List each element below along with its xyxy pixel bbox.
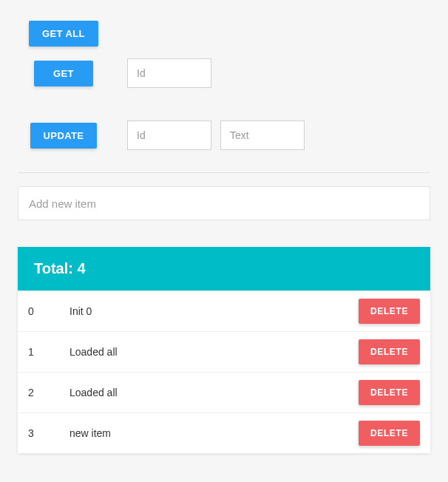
total-prefix: Total: bbox=[34, 260, 78, 276]
item-text: Loaded all bbox=[69, 346, 359, 358]
get-button[interactable]: GET bbox=[34, 61, 93, 86]
total-count: 4 bbox=[78, 260, 86, 276]
get-all-row: GET ALL bbox=[18, 21, 430, 47]
separator bbox=[18, 172, 430, 173]
button-cell: GET bbox=[18, 61, 109, 86]
update-id-input[interactable] bbox=[127, 120, 211, 150]
get-id-input[interactable] bbox=[127, 58, 211, 88]
delete-button[interactable]: DELETE bbox=[359, 421, 420, 446]
item-text: new item bbox=[69, 427, 359, 439]
item-id: 3 bbox=[28, 427, 69, 439]
item-actions: DELETE bbox=[359, 339, 420, 364]
delete-button[interactable]: DELETE bbox=[359, 339, 420, 364]
button-cell: UPDATE bbox=[18, 123, 109, 149]
list-item: 1 Loaded all DELETE bbox=[18, 331, 430, 372]
item-actions: DELETE bbox=[359, 299, 420, 324]
item-actions: DELETE bbox=[359, 380, 420, 405]
item-actions: DELETE bbox=[359, 421, 420, 446]
item-id: 0 bbox=[28, 305, 69, 317]
item-id: 2 bbox=[28, 387, 69, 398]
delete-button[interactable]: DELETE bbox=[359, 380, 420, 405]
delete-button[interactable]: DELETE bbox=[359, 299, 420, 324]
item-text: Loaded all bbox=[69, 387, 359, 398]
list-item: 3 new item DELETE bbox=[18, 413, 430, 453]
page-container: GET ALL GET UPDATE Total: 4 0 Init 0 DEL… bbox=[0, 0, 448, 471]
items-card: Total: 4 0 Init 0 DELETE 1 Loaded all DE… bbox=[18, 247, 430, 453]
update-row: UPDATE bbox=[18, 120, 430, 150]
get-row: GET bbox=[18, 58, 430, 88]
list-item: 0 Init 0 DELETE bbox=[18, 291, 430, 331]
card-header: Total: 4 bbox=[18, 247, 430, 291]
button-cell: GET ALL bbox=[18, 21, 109, 47]
item-text: Init 0 bbox=[69, 305, 359, 317]
list-item: 2 Loaded all DELETE bbox=[18, 372, 430, 413]
get-all-button[interactable]: GET ALL bbox=[29, 21, 98, 47]
update-button[interactable]: UPDATE bbox=[30, 123, 98, 149]
update-text-input[interactable] bbox=[220, 120, 305, 150]
spacer bbox=[18, 100, 430, 120]
item-id: 1 bbox=[28, 346, 69, 358]
add-item-input[interactable] bbox=[18, 186, 430, 220]
